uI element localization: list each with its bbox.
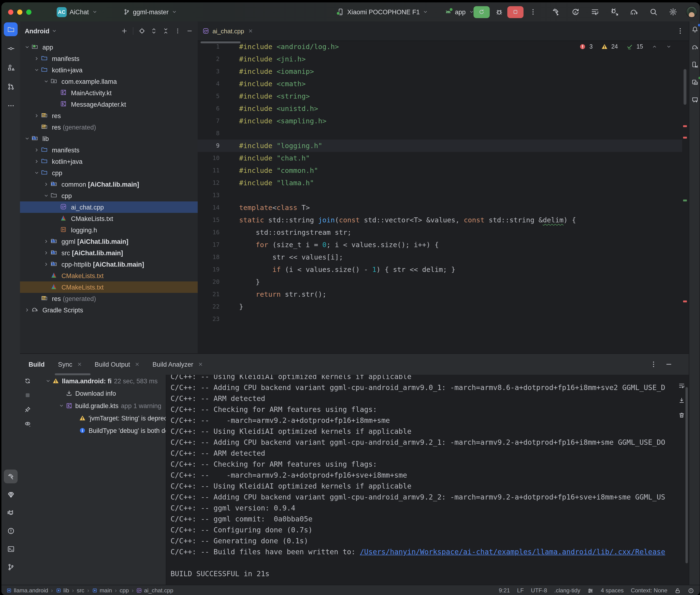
build-options-icon[interactable] xyxy=(650,361,657,368)
minimize-window-button[interactable] xyxy=(17,9,22,15)
file-encoding[interactable]: UTF-8 xyxy=(531,587,547,594)
more-tool-button[interactable] xyxy=(4,98,18,112)
code-line[interactable]: 8 xyxy=(198,127,682,139)
search-button[interactable] xyxy=(647,5,660,19)
line-ending[interactable]: LF xyxy=(517,587,524,594)
build-button[interactable] xyxy=(549,5,563,19)
build-tree-item[interactable]: BuildType 'debug' is both de xyxy=(37,424,166,437)
code-line[interactable]: 13 xyxy=(198,189,682,201)
filter-eye-button[interactable] xyxy=(22,418,34,430)
breadcrumb-item[interactable]: main xyxy=(92,587,112,594)
build-tab[interactable]: Build Output xyxy=(95,354,140,375)
logcat-tool-button[interactable] xyxy=(4,506,18,519)
app-quality-insights-tool-button[interactable] xyxy=(4,488,18,502)
sync-button[interactable] xyxy=(22,375,34,387)
apply-code-changes-button[interactable] xyxy=(588,5,601,19)
build-tool-button[interactable] xyxy=(4,470,18,483)
error-stripe-mark[interactable] xyxy=(683,301,687,302)
code-line[interactable]: 5#include <string> xyxy=(198,90,682,102)
chevron-right-icon[interactable] xyxy=(42,261,51,267)
code-line[interactable]: 19 if (i < values.size() - 1) { str << d… xyxy=(198,263,682,276)
soft-wrap-icon[interactable] xyxy=(678,382,685,389)
gemini-tool-button[interactable] xyxy=(688,93,700,106)
scroll-to-end-icon[interactable] xyxy=(678,397,685,404)
tree-item[interactable]: src [AiChat.lib.main] xyxy=(20,247,198,259)
apply-changes-button[interactable]: A xyxy=(569,5,582,19)
code-line[interactable]: 2#include <jni.h> xyxy=(198,53,682,65)
tree-item[interactable]: res (generated) xyxy=(20,293,198,304)
code-line[interactable]: 12#include "llama.h" xyxy=(198,176,682,189)
code-line[interactable]: 18 str << values[i]; xyxy=(198,251,682,263)
chevron-down-icon[interactable] xyxy=(44,378,52,384)
tree-item[interactable]: cpp-httplib [AiChat.lib.main] xyxy=(20,259,198,270)
analyzer-profile[interactable]: .clang-tidy xyxy=(554,587,580,594)
chevron-right-icon[interactable] xyxy=(32,113,41,119)
sync-gradle-button[interactable] xyxy=(627,5,641,19)
clear-all-icon[interactable] xyxy=(678,412,685,419)
code-line[interactable]: 6#include <unistd.h> xyxy=(198,102,682,115)
tree-item[interactable]: MainActivity.kt xyxy=(20,87,198,98)
build-tree-item[interactable]: Download info xyxy=(37,387,166,399)
build-tree-item[interactable]: build.gradle.ktsapp 1 warning xyxy=(37,399,166,412)
close-tab-icon[interactable] xyxy=(197,362,203,367)
code-line[interactable]: 1#include <android/log.h> xyxy=(198,40,682,53)
debug-button[interactable] xyxy=(493,5,506,19)
gradle-tool-button[interactable] xyxy=(688,40,700,53)
more-icon[interactable] xyxy=(174,28,181,34)
build-tab[interactable]: Sync xyxy=(58,354,82,375)
project-view-selector[interactable]: Android xyxy=(25,27,50,34)
tree-item[interactable]: app xyxy=(20,41,198,53)
tree-item[interactable]: res (generated) xyxy=(20,121,198,133)
code-style-icon[interactable] xyxy=(588,587,594,594)
device-selector[interactable]: Xiaomi POCOPHONE F1 xyxy=(337,2,428,22)
settings-button[interactable] xyxy=(666,5,680,19)
project-selector[interactable]: AC AiChat xyxy=(57,2,97,22)
chevron-down-icon[interactable] xyxy=(32,170,41,176)
tree-item[interactable]: CMakeLists.txt xyxy=(20,270,198,281)
expand-all-icon[interactable] xyxy=(150,28,157,34)
tree-item[interactable]: com.example.llama xyxy=(20,76,198,87)
chevron-down-icon[interactable] xyxy=(42,193,51,199)
chevron-right-icon[interactable] xyxy=(42,250,51,256)
profile-avatar[interactable] xyxy=(686,6,697,18)
chevron-down-icon[interactable] xyxy=(52,28,57,34)
tree-item[interactable]: manifests xyxy=(20,53,198,64)
caret-position[interactable]: 9:21 xyxy=(499,587,510,594)
code-line[interactable]: 22} xyxy=(198,300,682,313)
code-line[interactable]: 15static std::string join(const std::vec… xyxy=(198,214,682,226)
collapse-all-icon[interactable] xyxy=(163,28,169,34)
tree-item[interactable]: manifests xyxy=(20,144,198,156)
tree-item[interactable]: Gradle Scripts xyxy=(20,304,198,316)
build-tree-item[interactable]: llama.android: fi22 sec, 583 ms xyxy=(37,375,166,387)
tree-item[interactable]: CMakeLists.txt xyxy=(20,213,198,224)
tree-item[interactable]: lib xyxy=(20,133,198,144)
code-line[interactable]: 9#include "logging.h" xyxy=(198,139,682,152)
chevron-down-icon[interactable] xyxy=(57,403,66,408)
editor-options-icon[interactable] xyxy=(676,27,684,35)
code-line[interactable]: 21 return str.str(); xyxy=(198,288,682,300)
code-line[interactable]: 7#include <sampling.h> xyxy=(198,115,682,127)
problems-tool-button[interactable] xyxy=(4,524,18,538)
chevron-right-icon[interactable] xyxy=(23,307,31,313)
code-line[interactable]: 20 } xyxy=(198,276,682,288)
commit-tool-button[interactable] xyxy=(4,41,18,55)
close-tab-icon[interactable] xyxy=(134,362,140,367)
tree-item[interactable]: Cai_chat.cpp xyxy=(20,201,198,213)
pin-button[interactable] xyxy=(22,403,34,416)
tree-item[interactable]: res xyxy=(20,110,198,121)
tree-item[interactable]: logging.h xyxy=(20,224,198,236)
build-tree-item[interactable]: 'jvmTarget: String' is deprec xyxy=(37,412,166,424)
stop-button[interactable] xyxy=(22,389,34,401)
error-stripe-mark[interactable] xyxy=(683,137,687,138)
build-output-link[interactable]: /Users/hanyin/Workspace/ai-chat/examples… xyxy=(360,548,665,556)
chevron-right-icon[interactable] xyxy=(32,159,41,164)
locate-icon[interactable] xyxy=(139,28,145,34)
editor-scrollbar[interactable] xyxy=(682,40,689,353)
indent-setting[interactable]: 4 spaces xyxy=(601,587,624,594)
breadcrumb-item[interactable]: llama.android xyxy=(6,587,48,594)
problems-indicator-icon[interactable] xyxy=(688,587,694,594)
tree-item[interactable]: kotlin+java xyxy=(20,64,198,76)
code-line[interactable]: 14template<class T> xyxy=(198,201,682,214)
rerun-button[interactable] xyxy=(474,6,490,18)
scrollbar-thumb[interactable] xyxy=(683,69,687,105)
